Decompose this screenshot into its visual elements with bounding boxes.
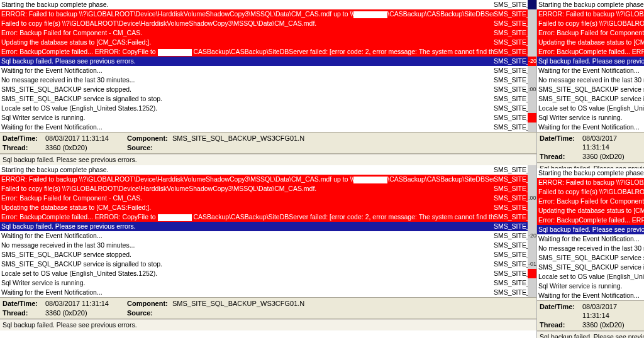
log-row[interactable]: Error: Backup Failed for Component - CM_… (0, 28, 536, 38)
log-row[interactable]: Updating the database status to [CM_CAS:… (0, 203, 536, 212)
log-message: Error: BackupComplete failed... ERROR: (537, 215, 644, 225)
log-row[interactable]: Error: BackupComplete failed... ERROR: (537, 47, 644, 57)
log-row[interactable]: Locale set to OS value (English_United S… (0, 269, 536, 278)
component-value: SMS_SITE_SQL_BACKUP_WS3CFG01.N (172, 134, 534, 143)
log-row[interactable]: Error: BackupComplete failed... ERROR: C… (0, 47, 536, 57)
log-component: SMS_SITE_ (494, 0, 528, 9)
log-row[interactable]: Locale set to OS value (English_United S… (537, 272, 644, 281)
log-row[interactable]: Waiting for the Event Notification...SMS… (0, 123, 536, 132)
thread-value: 3360 (0xD20) (582, 320, 641, 329)
log-row[interactable]: SMS_SITE_SQL_BACKUP service stopped (537, 253, 644, 263)
log-row[interactable]: Sql backup failed. Please see previous e… (0, 57, 536, 66)
datetime-value: 08/03/2017 11:31:14 (45, 134, 127, 143)
log-row[interactable]: Error: BackupComplete failed... ERROR: (537, 215, 644, 225)
log-component: SMS_SITE_ (494, 28, 528, 38)
log-message: Starting the backup complete phase. (537, 0, 644, 9)
log-row[interactable]: SMS_SITE_SQL_BACKUP service stopped.SMS_… (0, 85, 536, 94)
log-row[interactable]: Starting the backup complete phase.SMS_S… (0, 165, 536, 175)
log-row[interactable]: Sql backup failed. Please see previous e… (537, 57, 644, 66)
row-marker: :00' P3 (528, 85, 536, 94)
log-message: Waiting for the Event Notification... (537, 291, 644, 300)
datetime-value: 08/03/2017 11:31:14 (45, 299, 127, 308)
log-row[interactable]: No message received in the last 30 minut… (0, 75, 536, 85)
log-row[interactable]: Waiting for the Event Notification...SMS… (0, 288, 536, 297)
log-row[interactable]: Updating the database status to [CM_CA (537, 38, 644, 47)
log-row[interactable]: No message received in the last 30 minut… (0, 241, 536, 250)
log-row[interactable]: Sql Writer service is running. (537, 113, 644, 123)
log-row[interactable]: Failed to copy file(s) \\?\GLOBALROOT\De… (0, 184, 536, 194)
row-marker (528, 19, 536, 28)
log-message: ERROR: Failed to backup \\?\GLOBALROO (537, 9, 644, 19)
log-row[interactable]: SMS_SITE_SQL_BACKUP service stopped.SMS_… (0, 250, 536, 259)
detail-panel-r2: Date/Time: 08/03/2017 11:31:14 Thread: 3… (537, 300, 644, 331)
log-row[interactable]: Waiting for the Event Notification... (537, 66, 644, 75)
datetime-label: Date/Time: (540, 302, 582, 320)
log-message: ERROR: Failed to backup \\?\GLOBALROOT\D… (0, 9, 494, 19)
log-component: SMS_SITE_ (494, 104, 528, 113)
log-row[interactable]: Error: Backup Failed for Component - C (537, 28, 644, 38)
log-row[interactable]: Error: Backup Failed for Component - CM_… (0, 194, 536, 203)
log-row[interactable]: Sql Writer service is running.SMS_SITE_ (0, 113, 536, 123)
log-row[interactable]: Sql Writer service is running.SMS_SITE_ (0, 278, 536, 288)
log-row[interactable]: Updating the database status to [CM_CA (537, 206, 644, 215)
log-component: SMS_SITE_ (494, 259, 528, 269)
log-row[interactable]: SMS_SITE_SQL_BACKUP service stopped (537, 85, 644, 94)
log-row[interactable]: Waiting for the Event Notification...SMS… (0, 231, 536, 241)
log-row[interactable]: Sql Writer service is running. (537, 281, 644, 291)
log-row[interactable]: ERROR: Failed to backup \\?\GLOBALROOT\D… (0, 9, 536, 19)
log-row[interactable]: Failed to copy file(s) \\?\GLOBALROOT\De… (0, 19, 536, 28)
log-row[interactable]: Failed to copy file(s) \\?\GLOBALROOT (537, 187, 644, 197)
log-row[interactable]: SMS_SITE_SQL_BACKUP service is signalled… (0, 259, 536, 269)
log-row[interactable]: Updating the database status to [CM_CAS:… (0, 38, 536, 47)
row-marker: -2017 1 (528, 57, 536, 66)
log-message: Error: BackupComplete failed... ERROR: C… (0, 212, 494, 222)
row-marker (528, 278, 536, 288)
log-message: Error: Backup Failed for Component - C (537, 197, 644, 206)
log-row[interactable]: Error: Backup Failed for Component - C (537, 197, 644, 206)
log-message: Updating the database status to [CM_CA (537, 38, 644, 47)
log-component: SMS_SITE_ (494, 250, 528, 259)
log-component: SMS_SITE_ (494, 113, 528, 123)
log-row[interactable]: Starting the backup complete phase. (537, 0, 644, 9)
log-row[interactable]: Waiting for the Event Notification... (537, 234, 644, 244)
thread-label: Thread: (540, 320, 582, 329)
log-message: Error: BackupComplete failed... ERROR: (537, 47, 644, 57)
log-message: Sql Writer service is running. (537, 281, 644, 291)
log-row[interactable]: Starting the backup complete phase. (537, 168, 644, 178)
log-row[interactable]: Locale set to OS value (English_United S… (0, 104, 536, 113)
log-row[interactable]: ERROR: Failed to backup \\?\GLOBALROO (537, 9, 644, 19)
log-row[interactable]: No message received in the last 30 minut (537, 244, 644, 253)
log-row[interactable]: Error: BackupComplete failed... ERROR: C… (0, 212, 536, 222)
log-row[interactable]: Starting the backup complete phase.SMS_S… (0, 0, 536, 9)
log-row[interactable]: SMS_SITE_SQL_BACKUP service is signalled… (0, 94, 536, 104)
datetime-value: 08/03/2017 11:31:14 (582, 302, 641, 320)
log-component: SMS_SITE_ (494, 194, 528, 203)
log-row[interactable]: Waiting for the Event Notification...SMS… (0, 66, 536, 75)
log-row[interactable]: Sql backup failed. Please see previous e… (0, 222, 536, 231)
thread-value: 3360 (0xD20) (45, 143, 127, 152)
log-row[interactable]: ERROR: Failed to backup \\?\GLOBALROOT\D… (0, 175, 536, 184)
log-message: Sql Writer service is running. (0, 278, 494, 288)
log-row[interactable]: Locale set to OS value (English_United S… (537, 104, 644, 113)
log-message: Waiting for the Event Notification... (0, 66, 494, 75)
log-component: SMS_SITE_ (494, 241, 528, 250)
log-row[interactable]: SMS_SITE_SQL_BACKUP service is signall (537, 94, 644, 104)
log-message: SMS_SITE_SQL_BACKUP service stopped (537, 253, 644, 263)
row-marker (528, 9, 536, 19)
source-value (172, 308, 534, 317)
log-row[interactable]: Waiting for the Event Notification... (537, 123, 644, 132)
source-label: Source: (127, 143, 172, 152)
row-marker (528, 28, 536, 38)
log-row[interactable]: SMS_SITE_SQL_BACKUP service is signall (537, 263, 644, 272)
log-message: Updating the database status to [CM_CAS:… (0, 203, 494, 212)
log-component: SMS_SITE_ (494, 94, 528, 104)
log-row[interactable]: No message received in the last 30 minut (537, 75, 644, 85)
log-message: Sql backup failed. Please see previous e… (0, 57, 494, 66)
log-message: Locale set to OS value (English_United S… (537, 272, 644, 281)
log-component: SMS_SITE_ (494, 19, 528, 28)
log-row[interactable]: Waiting for the Event Notification... (537, 291, 644, 300)
log-message: Sql backup failed. Please see previous e… (537, 57, 644, 66)
log-row[interactable]: Failed to copy file(s) \\?\GLOBALROOT (537, 19, 644, 28)
log-row[interactable]: ERROR: Failed to backup \\?\GLOBALROO (537, 178, 644, 187)
log-row[interactable]: Sql backup failed. Please see previous e… (537, 225, 644, 234)
